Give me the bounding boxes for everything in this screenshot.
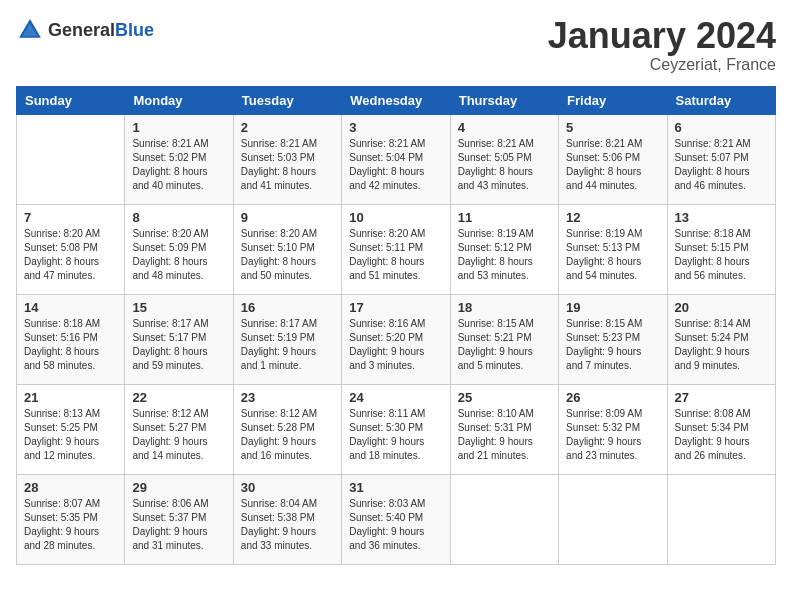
calendar-table: SundayMondayTuesdayWednesdayThursdayFrid… <box>16 86 776 565</box>
calendar-week-row: 1Sunrise: 8:21 AMSunset: 5:02 PMDaylight… <box>17 114 776 204</box>
logo: GeneralBlue <box>16 16 154 44</box>
calendar-cell: 5Sunrise: 8:21 AMSunset: 5:06 PMDaylight… <box>559 114 667 204</box>
weekday-header: Wednesday <box>342 86 450 114</box>
day-number: 25 <box>458 390 551 405</box>
day-number: 2 <box>241 120 334 135</box>
calendar-cell: 29Sunrise: 8:06 AMSunset: 5:37 PMDayligh… <box>125 474 233 564</box>
day-number: 15 <box>132 300 225 315</box>
day-number: 6 <box>675 120 768 135</box>
calendar-cell <box>17 114 125 204</box>
calendar-cell: 14Sunrise: 8:18 AMSunset: 5:16 PMDayligh… <box>17 294 125 384</box>
weekday-header: Saturday <box>667 86 775 114</box>
day-info: Sunrise: 8:20 AMSunset: 5:10 PMDaylight:… <box>241 227 334 283</box>
calendar-cell: 6Sunrise: 8:21 AMSunset: 5:07 PMDaylight… <box>667 114 775 204</box>
title-block: January 2024 Ceyzeriat, France <box>548 16 776 74</box>
calendar-cell: 16Sunrise: 8:17 AMSunset: 5:19 PMDayligh… <box>233 294 341 384</box>
day-number: 29 <box>132 480 225 495</box>
calendar-cell: 30Sunrise: 8:04 AMSunset: 5:38 PMDayligh… <box>233 474 341 564</box>
day-number: 24 <box>349 390 442 405</box>
calendar-cell: 8Sunrise: 8:20 AMSunset: 5:09 PMDaylight… <box>125 204 233 294</box>
calendar-cell <box>667 474 775 564</box>
day-number: 3 <box>349 120 442 135</box>
calendar-cell: 21Sunrise: 8:13 AMSunset: 5:25 PMDayligh… <box>17 384 125 474</box>
day-info: Sunrise: 8:11 AMSunset: 5:30 PMDaylight:… <box>349 407 442 463</box>
calendar-cell <box>559 474 667 564</box>
weekday-header: Thursday <box>450 86 558 114</box>
day-number: 22 <box>132 390 225 405</box>
day-info: Sunrise: 8:06 AMSunset: 5:37 PMDaylight:… <box>132 497 225 553</box>
day-info: Sunrise: 8:18 AMSunset: 5:16 PMDaylight:… <box>24 317 117 373</box>
calendar-cell: 17Sunrise: 8:16 AMSunset: 5:20 PMDayligh… <box>342 294 450 384</box>
calendar-week-row: 21Sunrise: 8:13 AMSunset: 5:25 PMDayligh… <box>17 384 776 474</box>
calendar-cell: 3Sunrise: 8:21 AMSunset: 5:04 PMDaylight… <box>342 114 450 204</box>
day-number: 26 <box>566 390 659 405</box>
day-number: 17 <box>349 300 442 315</box>
day-info: Sunrise: 8:20 AMSunset: 5:09 PMDaylight:… <box>132 227 225 283</box>
calendar-cell: 9Sunrise: 8:20 AMSunset: 5:10 PMDaylight… <box>233 204 341 294</box>
day-number: 27 <box>675 390 768 405</box>
day-info: Sunrise: 8:12 AMSunset: 5:28 PMDaylight:… <box>241 407 334 463</box>
day-info: Sunrise: 8:16 AMSunset: 5:20 PMDaylight:… <box>349 317 442 373</box>
calendar-week-row: 7Sunrise: 8:20 AMSunset: 5:08 PMDaylight… <box>17 204 776 294</box>
calendar-week-row: 28Sunrise: 8:07 AMSunset: 5:35 PMDayligh… <box>17 474 776 564</box>
day-info: Sunrise: 8:21 AMSunset: 5:02 PMDaylight:… <box>132 137 225 193</box>
day-number: 4 <box>458 120 551 135</box>
calendar-cell: 4Sunrise: 8:21 AMSunset: 5:05 PMDaylight… <box>450 114 558 204</box>
weekday-header: Tuesday <box>233 86 341 114</box>
day-info: Sunrise: 8:17 AMSunset: 5:17 PMDaylight:… <box>132 317 225 373</box>
calendar-cell: 11Sunrise: 8:19 AMSunset: 5:12 PMDayligh… <box>450 204 558 294</box>
day-info: Sunrise: 8:07 AMSunset: 5:35 PMDaylight:… <box>24 497 117 553</box>
day-info: Sunrise: 8:15 AMSunset: 5:21 PMDaylight:… <box>458 317 551 373</box>
day-info: Sunrise: 8:03 AMSunset: 5:40 PMDaylight:… <box>349 497 442 553</box>
day-number: 16 <box>241 300 334 315</box>
day-info: Sunrise: 8:21 AMSunset: 5:06 PMDaylight:… <box>566 137 659 193</box>
calendar-cell: 23Sunrise: 8:12 AMSunset: 5:28 PMDayligh… <box>233 384 341 474</box>
logo-text: GeneralBlue <box>48 20 154 41</box>
calendar-cell: 2Sunrise: 8:21 AMSunset: 5:03 PMDaylight… <box>233 114 341 204</box>
calendar-cell: 28Sunrise: 8:07 AMSunset: 5:35 PMDayligh… <box>17 474 125 564</box>
calendar-cell: 24Sunrise: 8:11 AMSunset: 5:30 PMDayligh… <box>342 384 450 474</box>
day-info: Sunrise: 8:21 AMSunset: 5:04 PMDaylight:… <box>349 137 442 193</box>
day-number: 18 <box>458 300 551 315</box>
calendar-cell: 7Sunrise: 8:20 AMSunset: 5:08 PMDaylight… <box>17 204 125 294</box>
day-number: 5 <box>566 120 659 135</box>
calendar-cell: 12Sunrise: 8:19 AMSunset: 5:13 PMDayligh… <box>559 204 667 294</box>
day-info: Sunrise: 8:09 AMSunset: 5:32 PMDaylight:… <box>566 407 659 463</box>
day-info: Sunrise: 8:15 AMSunset: 5:23 PMDaylight:… <box>566 317 659 373</box>
day-number: 20 <box>675 300 768 315</box>
day-number: 9 <box>241 210 334 225</box>
page-header: GeneralBlue January 2024 Ceyzeriat, Fran… <box>16 16 776 74</box>
calendar-cell: 1Sunrise: 8:21 AMSunset: 5:02 PMDaylight… <box>125 114 233 204</box>
day-number: 13 <box>675 210 768 225</box>
generalblue-icon <box>16 16 44 44</box>
calendar-cell: 18Sunrise: 8:15 AMSunset: 5:21 PMDayligh… <box>450 294 558 384</box>
day-number: 1 <box>132 120 225 135</box>
day-number: 28 <box>24 480 117 495</box>
calendar-header-row: SundayMondayTuesdayWednesdayThursdayFrid… <box>17 86 776 114</box>
weekday-header: Sunday <box>17 86 125 114</box>
calendar-cell: 31Sunrise: 8:03 AMSunset: 5:40 PMDayligh… <box>342 474 450 564</box>
day-number: 8 <box>132 210 225 225</box>
location-subtitle: Ceyzeriat, France <box>548 56 776 74</box>
month-year-title: January 2024 <box>548 16 776 56</box>
day-number: 10 <box>349 210 442 225</box>
day-number: 23 <box>241 390 334 405</box>
day-info: Sunrise: 8:21 AMSunset: 5:07 PMDaylight:… <box>675 137 768 193</box>
day-info: Sunrise: 8:10 AMSunset: 5:31 PMDaylight:… <box>458 407 551 463</box>
day-number: 30 <box>241 480 334 495</box>
day-info: Sunrise: 8:18 AMSunset: 5:15 PMDaylight:… <box>675 227 768 283</box>
calendar-cell: 13Sunrise: 8:18 AMSunset: 5:15 PMDayligh… <box>667 204 775 294</box>
day-number: 31 <box>349 480 442 495</box>
day-number: 7 <box>24 210 117 225</box>
day-number: 21 <box>24 390 117 405</box>
day-info: Sunrise: 8:14 AMSunset: 5:24 PMDaylight:… <box>675 317 768 373</box>
weekday-header: Friday <box>559 86 667 114</box>
day-info: Sunrise: 8:21 AMSunset: 5:05 PMDaylight:… <box>458 137 551 193</box>
day-info: Sunrise: 8:17 AMSunset: 5:19 PMDaylight:… <box>241 317 334 373</box>
calendar-cell: 10Sunrise: 8:20 AMSunset: 5:11 PMDayligh… <box>342 204 450 294</box>
weekday-header: Monday <box>125 86 233 114</box>
calendar-cell <box>450 474 558 564</box>
calendar-cell: 27Sunrise: 8:08 AMSunset: 5:34 PMDayligh… <box>667 384 775 474</box>
day-info: Sunrise: 8:20 AMSunset: 5:08 PMDaylight:… <box>24 227 117 283</box>
calendar-cell: 22Sunrise: 8:12 AMSunset: 5:27 PMDayligh… <box>125 384 233 474</box>
